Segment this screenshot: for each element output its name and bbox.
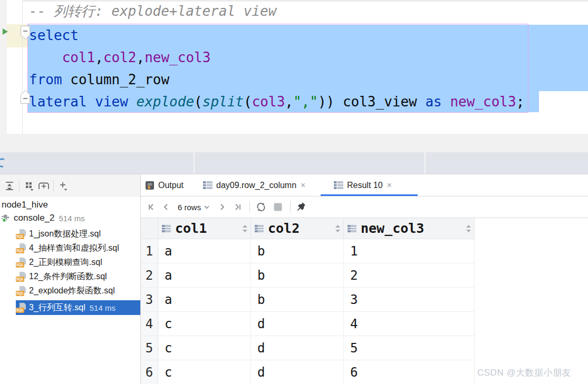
- page-size-value[interactable]: 6 rows: [178, 203, 201, 212]
- csdn-watermark: CSDN @大数据小朋友: [477, 367, 571, 379]
- code-line[interactable]: select: [29, 27, 79, 44]
- tree-item-sql-file[interactable]: SQL12_条件判断函数.sql: [16, 270, 140, 284]
- services-panel: node1_hive console_2 514 ms SQL1_json数据处…: [0, 174, 588, 384]
- datagrip-window: -- 列转行: explode+lateral viewselect col1,…: [0, 0, 588, 384]
- grid-cell[interactable]: c: [158, 336, 251, 360]
- sort-icon[interactable]: [243, 225, 247, 232]
- row-number[interactable]: 4: [141, 312, 158, 336]
- row-number[interactable]: 5: [141, 336, 158, 360]
- grid-cell[interactable]: c: [158, 360, 251, 384]
- column-header-col1[interactable]: col1: [158, 218, 251, 239]
- add-to-frame-icon[interactable]: [36, 179, 51, 193]
- code-line[interactable]: from column_2_row: [29, 71, 169, 88]
- grid-cell[interactable]: b: [251, 288, 344, 312]
- sql-editor[interactable]: -- 列转行: explode+lateral viewselect col1,…: [0, 0, 588, 134]
- editor-bottom-spacer: [0, 134, 588, 152]
- tree-item-sql-file[interactable]: SQL4_抽样查询和虚拟列.sql: [16, 241, 140, 255]
- table-row: 1ab1: [141, 239, 475, 263]
- column-name: col1: [175, 221, 207, 236]
- sort-icon[interactable]: [466, 225, 471, 232]
- services-toolbar: [0, 174, 140, 197]
- sql-file-icon: SQL: [16, 258, 26, 268]
- tree-item-datasource[interactable]: node1_hive: [2, 199, 48, 211]
- grid-cell[interactable]: 6: [344, 360, 475, 384]
- grid-cell[interactable]: 1: [344, 239, 475, 263]
- grid-cell[interactable]: 3: [344, 288, 475, 312]
- console-plug-icon: [1, 213, 12, 223]
- toolbar-separator: [19, 180, 20, 192]
- code-line[interactable]: lateral view explode(split(col3,",")) co…: [29, 93, 524, 110]
- table-row: 3ab3: [141, 288, 475, 312]
- grid-cell[interactable]: d: [251, 312, 344, 336]
- tab-day09-row-2-column[interactable]: day09.row_2_column×: [203, 174, 305, 196]
- tree-item-sql-file[interactable]: SQL3_行列互转.sql514 ms: [16, 300, 140, 315]
- sql-file-label: 4_抽样查询和虚拟列.sql: [29, 243, 119, 254]
- close-tab-icon[interactable]: ×: [387, 181, 392, 190]
- grid-cell[interactable]: d: [251, 336, 344, 360]
- tab-result-10[interactable]: Result 10×: [321, 174, 431, 196]
- stop-icon[interactable]: [273, 202, 283, 212]
- grid-cell[interactable]: a: [158, 263, 251, 288]
- grid-cell[interactable]: c: [158, 312, 251, 336]
- sql-file-icon: SQL: [16, 272, 26, 282]
- page-size-dropdown-icon[interactable]: [203, 203, 210, 211]
- refresh-icon[interactable]: [255, 201, 267, 213]
- last-page-icon[interactable]: [233, 202, 242, 212]
- code-line[interactable]: -- 列转行: explode+lateral view: [29, 3, 276, 19]
- column-icon: [255, 225, 264, 232]
- column-icon: [162, 225, 171, 232]
- row-number[interactable]: 1: [141, 239, 158, 263]
- close-tab-icon[interactable]: ×: [301, 181, 305, 190]
- column-header-col2[interactable]: col2: [251, 218, 344, 239]
- group-by-icon[interactable]: [22, 179, 36, 193]
- band-divider: [425, 152, 426, 174]
- tree-item-console[interactable]: console_2 514 ms: [1, 212, 85, 224]
- sql-file-label: 1_json数据处理.sql: [29, 229, 101, 240]
- toolbar-separator: [249, 201, 250, 213]
- tree-item-sql-file[interactable]: SQL1_json数据处理.sql: [16, 227, 140, 241]
- grid-header-row: col1col2new_col3: [141, 218, 475, 239]
- tab-label: day09.row_2_column: [216, 181, 296, 190]
- add-icon[interactable]: [56, 179, 71, 193]
- first-page-icon[interactable]: [147, 202, 157, 212]
- result-tabs: Outputday09.row_2_column×Result 10×: [141, 174, 588, 196]
- table-row: 5cd5: [141, 336, 475, 360]
- toolbar-separator: [53, 180, 54, 192]
- sql-file-label: 2_正则模糊查询.sql: [29, 257, 102, 268]
- pin-tab-icon[interactable]: [296, 201, 307, 213]
- code-line[interactable]: col1,col2,new_col3: [29, 49, 210, 66]
- code-lines: -- 列转行: explode+lateral viewselect col1,…: [0, 0, 588, 134]
- previous-page-icon[interactable]: [162, 202, 170, 212]
- tab-label: Result 10: [347, 181, 383, 190]
- next-page-icon[interactable]: [218, 202, 226, 212]
- grid-cell[interactable]: b: [251, 239, 344, 263]
- grid-cell[interactable]: a: [158, 288, 251, 312]
- grid-corner-cell[interactable]: [141, 218, 158, 239]
- sql-file-icon: SQL: [16, 243, 26, 253]
- grid-cell[interactable]: a: [158, 239, 251, 263]
- console-exec-time: 514 ms: [59, 214, 85, 223]
- results-pane: Outputday09.row_2_column×Result 10× 6 ro…: [141, 174, 588, 384]
- tree-item-sql-file[interactable]: SQL2_正则模糊查询.sql: [16, 255, 140, 270]
- collapse-all-icon[interactable]: [2, 179, 17, 193]
- grid-toolbar: 6 rows: [141, 196, 588, 218]
- row-number[interactable]: 6: [141, 360, 158, 384]
- grid-cell[interactable]: 5: [344, 336, 475, 360]
- column-header-new_col3[interactable]: new_col3: [344, 218, 475, 239]
- sort-icon[interactable]: [335, 225, 340, 232]
- grid-cell[interactable]: d: [251, 360, 344, 384]
- grid-cell[interactable]: 4: [344, 312, 475, 336]
- grid-cell[interactable]: b: [251, 263, 344, 288]
- row-number[interactable]: 2: [141, 263, 158, 288]
- collapsed-grid-header-row: [0, 152, 588, 174]
- tree-item-sql-file[interactable]: SQL2_explode炸裂函数.sql: [16, 284, 140, 298]
- row-number[interactable]: 3: [141, 288, 158, 312]
- sql-file-icon: SQL: [16, 303, 26, 313]
- result-grid: col1col2new_col31ab12ab23ab34cd45cd56cd6: [141, 218, 588, 384]
- toolbar-separator: [290, 201, 291, 213]
- services-tree: node1_hive console_2 514 ms SQL1_json数据处…: [0, 197, 140, 384]
- table-row: 6cd6: [141, 360, 475, 384]
- table-icon: [203, 181, 213, 189]
- grid-cell[interactable]: 2: [344, 263, 475, 288]
- tab-output[interactable]: Output: [145, 174, 184, 196]
